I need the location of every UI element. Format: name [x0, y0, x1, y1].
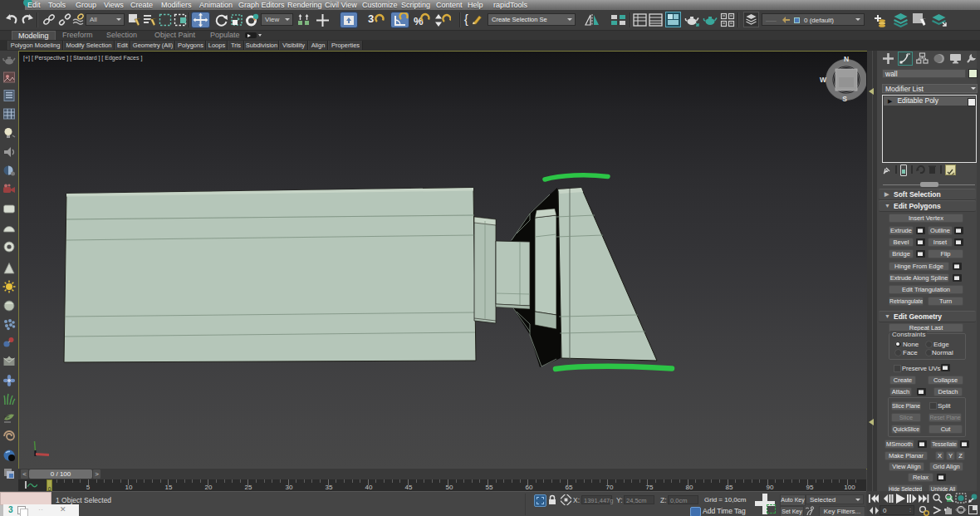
- svg-text:HF: HF: [4, 415, 10, 420]
- svg-text:N: N: [844, 55, 849, 63]
- svg-text:S: S: [842, 95, 847, 103]
- svg-text:W: W: [820, 76, 827, 84]
